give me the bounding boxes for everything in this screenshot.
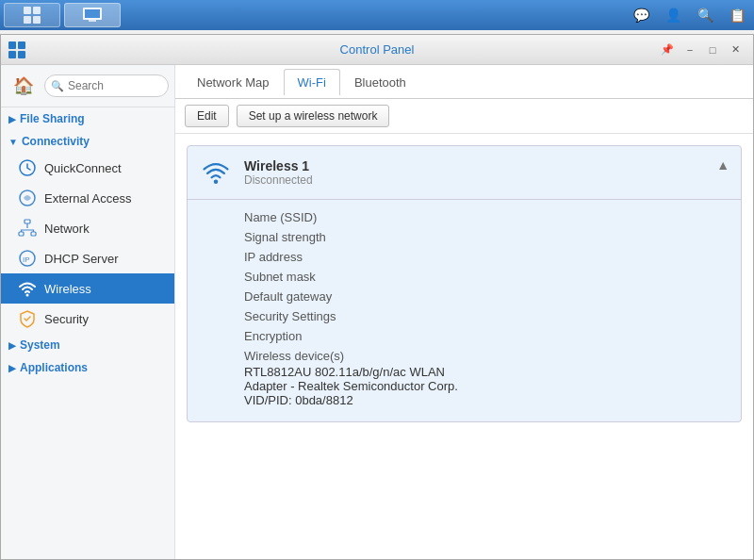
chat-icon[interactable]: 💬: [628, 3, 654, 27]
sidebar: 🏠 🔍 ▶ File Sharing ▼ Connectivity: [1, 65, 175, 559]
content-area: Network Map Wi-Fi Bluetooth Edit Set up …: [175, 65, 753, 559]
main-layout: 🏠 🔍 ▶ File Sharing ▼ Connectivity: [1, 65, 753, 559]
collapse-button[interactable]: ▲: [716, 157, 729, 173]
tabs-bar: Network Map Wi-Fi Bluetooth: [175, 65, 753, 99]
maximize-button[interactable]: □: [702, 41, 723, 59]
ip-label: IP address: [244, 250, 414, 264]
minimize-button[interactable]: −: [680, 41, 700, 59]
panel-content: Wireless 1 Disconnected ▲ Name (SSID) Si…: [175, 134, 753, 559]
wireless-card-info: Wireless 1 Disconnected: [244, 158, 313, 187]
sidebar-section-file-sharing[interactable]: ▶ File Sharing: [1, 107, 174, 130]
user-icon[interactable]: 👤: [660, 3, 686, 27]
svg-point-19: [214, 180, 218, 184]
sidebar-top: 🏠 🔍: [1, 65, 174, 107]
applications-chevron-icon: ▶: [8, 363, 16, 373]
taskbar-system-icons: 💬 👤 🔍 📋: [628, 3, 750, 27]
sidebar-section-connectivity[interactable]: ▼ Connectivity: [1, 130, 174, 153]
sidebar-item-network[interactable]: Network: [1, 213, 174, 243]
svg-rect-0: [24, 7, 31, 14]
svg-rect-9: [8, 51, 16, 58]
gateway-label: Default gateway: [244, 289, 414, 304]
main-menu-button[interactable]: [4, 3, 60, 27]
window-titlebar: Control Panel 📌 − □ ✕: [1, 35, 753, 65]
taskbar: 💬 👤 🔍 📋: [0, 0, 754, 30]
external-access-icon: [18, 189, 37, 207]
search-wrap: 🔍: [44, 74, 169, 97]
device-line-2: Adapter - Realtek Semiconductor Corp.: [244, 379, 729, 393]
svg-rect-1: [33, 7, 41, 14]
window-logo: [8, 41, 25, 58]
wireless-details: Name (SSID) Signal strength IP address: [188, 200, 741, 421]
detail-row-security-settings: Security Settings: [244, 306, 729, 326]
subnet-label: Subnet mask: [244, 270, 414, 284]
svg-point-18: [26, 294, 29, 297]
svg-rect-15: [31, 232, 36, 236]
svg-rect-14: [19, 232, 24, 236]
search-taskbar-icon[interactable]: 🔍: [692, 3, 718, 27]
home-button[interactable]: 🏠: [7, 69, 41, 103]
security-icon: [18, 309, 37, 328]
window-logo-icon: [8, 41, 25, 58]
grid-icon: [23, 6, 41, 25]
setup-wireless-button[interactable]: Set up a wireless network: [237, 105, 390, 127]
svg-rect-10: [18, 51, 25, 58]
tab-network-map[interactable]: Network Map: [183, 69, 284, 95]
tab-bluetooth[interactable]: Bluetooth: [340, 69, 420, 95]
sidebar-item-security[interactable]: Security: [1, 304, 174, 334]
devices-label: Wireless device(s): [244, 349, 414, 363]
control-panel-taskbar-button[interactable]: [64, 3, 121, 27]
wireless-name: Wireless 1: [244, 158, 313, 173]
detail-row-subnet: Subnet mask: [244, 267, 729, 287]
detail-row-ssid: Name (SSID): [244, 207, 729, 227]
chevron-up-icon: ▼: [8, 137, 18, 147]
detail-row-gateway: Default gateway: [244, 287, 729, 306]
monitor-icon: [83, 8, 102, 23]
detail-row-ip: IP address: [244, 247, 729, 267]
encryption-label: Encryption: [244, 329, 414, 343]
sidebar-section-applications[interactable]: ▶ Applications: [1, 356, 174, 379]
tab-wifi[interactable]: Wi-Fi: [284, 69, 340, 95]
svg-text:IP: IP: [23, 255, 30, 264]
sidebar-item-wireless[interactable]: Wireless: [1, 273, 174, 304]
quickconnect-icon: [18, 158, 37, 177]
search-icon: 🔍: [51, 80, 64, 92]
wireless-card-header: Wireless 1 Disconnected ▲: [188, 146, 741, 200]
network-icon: [18, 219, 37, 238]
sidebar-item-quickconnect[interactable]: QuickConnect: [1, 153, 174, 183]
chevron-down-icon: ▶: [8, 114, 16, 124]
window-title: Control Panel: [340, 42, 415, 57]
control-panel-window: Control Panel 📌 − □ ✕ 🏠 🔍 ▶ File Sharing: [0, 34, 754, 560]
svg-rect-3: [33, 16, 41, 24]
clipboard-icon[interactable]: 📋: [724, 3, 750, 27]
device-line-3: VID/PID: 0bda/8812: [244, 393, 729, 407]
security-settings-label: Security Settings: [244, 309, 414, 323]
wifi-card-icon: [199, 156, 233, 189]
svg-rect-5: [89, 20, 96, 22]
detail-row-devices: Wireless device(s) RTL8812AU 802.11a/b/g…: [244, 346, 729, 410]
sidebar-item-dhcp[interactable]: IP DHCP Server: [1, 243, 174, 273]
system-chevron-icon: ▶: [8, 340, 16, 351]
dhcp-icon: IP: [18, 249, 37, 268]
window-controls: 📌 − □ ✕: [657, 41, 746, 59]
detail-row-encryption: Encryption: [244, 326, 729, 346]
signal-label: Signal strength: [244, 230, 414, 244]
wireless-status: Disconnected: [244, 173, 313, 187]
sidebar-section-system[interactable]: ▶ System: [1, 334, 174, 356]
edit-button[interactable]: Edit: [185, 105, 229, 127]
sidebar-item-external-access[interactable]: External Access: [1, 183, 174, 213]
detail-row-signal: Signal strength: [244, 227, 729, 247]
wireless-card: Wireless 1 Disconnected ▲ Name (SSID) Si…: [187, 145, 742, 422]
close-button[interactable]: ✕: [725, 41, 746, 59]
svg-rect-13: [25, 220, 30, 223]
pin-button[interactable]: 📌: [657, 41, 678, 59]
svg-rect-6: [85, 9, 100, 18]
svg-rect-2: [24, 16, 31, 24]
toolbar: Edit Set up a wireless network: [175, 99, 753, 134]
svg-rect-8: [18, 41, 25, 49]
ssid-label: Name (SSID): [244, 210, 414, 224]
device-line-1: RTL8812AU 802.11a/b/g/n/ac WLAN: [244, 365, 729, 379]
devices-value: RTL8812AU 802.11a/b/g/n/ac WLAN Adapter …: [244, 365, 729, 407]
wireless-active-icon: [18, 279, 37, 298]
svg-rect-7: [8, 41, 16, 49]
